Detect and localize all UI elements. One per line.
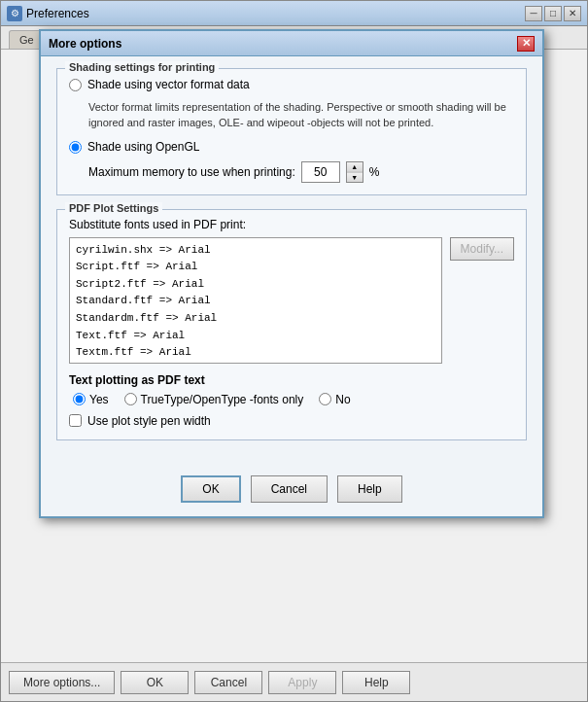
modal-cancel-button[interactable]: Cancel	[251, 475, 328, 503]
truetype-radio-label: TrueType/OpenType -fonts only	[141, 393, 304, 406]
font-list-item[interactable]: cyrilwin.shx => Arial	[76, 242, 435, 260]
memory-spinner: ▲ ▼	[346, 161, 363, 183]
cancel-button[interactable]: Cancel	[194, 671, 262, 694]
preferences-footer: More options... OK Cancel Apply Help	[1, 662, 587, 701]
opengl-radio-label: Shade using OpenGL	[87, 139, 199, 156]
vector-radio-label: Shade using vector format data	[87, 77, 250, 93]
modal-title: More options	[49, 37, 517, 51]
minimize-btn[interactable]: ─	[525, 6, 542, 21]
vector-radio[interactable]	[69, 79, 82, 91]
preferences-title: Preferences	[26, 7, 525, 20]
memory-label: Maximum memory to use when printing:	[88, 165, 295, 179]
titlebar-buttons: ─ □ ✕	[525, 6, 581, 21]
no-radio-row: No	[319, 393, 350, 406]
yes-radio-label: Yes	[89, 393, 109, 406]
font-list-item[interactable]: Standard.ftf => Arial	[76, 293, 435, 310]
font-list-item[interactable]: Script2.ftf => Arial	[76, 276, 435, 294]
truetype-radio-row: TrueType/OpenType -fonts only	[124, 393, 304, 406]
maximize-btn[interactable]: □	[544, 6, 562, 21]
memory-spinner-up[interactable]: ▲	[347, 162, 363, 172]
no-radio[interactable]	[319, 393, 331, 405]
preferences-icon: ⚙	[7, 6, 22, 21]
pen-width-label: Use plot style pen width	[87, 414, 211, 428]
font-list-box[interactable]: cyrilwin.shx => ArialScript.ftf => Arial…	[69, 237, 442, 364]
font-list-item[interactable]: Text.ftf => Arial	[76, 328, 435, 345]
ok-button[interactable]: OK	[121, 671, 189, 694]
vector-sub-text: Vector format limits representation of t…	[88, 99, 514, 131]
more-options-modal: More options ✕ Shading settings for prin…	[39, 29, 544, 518]
modal-ok-button[interactable]: OK	[181, 475, 240, 503]
pen-width-checkbox[interactable]	[69, 414, 82, 427]
memory-input[interactable]: 50	[301, 161, 340, 183]
text-plotting-label: Text plotting as PDF text	[69, 373, 514, 387]
opengl-radio[interactable]	[69, 141, 82, 154]
vector-radio-row: Shade using vector format data	[69, 77, 514, 93]
yes-radio[interactable]	[73, 393, 86, 405]
memory-spinner-down[interactable]: ▼	[347, 172, 363, 182]
help-button[interactable]: Help	[342, 671, 410, 694]
more-options-button[interactable]: More options...	[9, 671, 115, 694]
preferences-titlebar: ⚙ Preferences ─ □ ✕	[1, 1, 587, 26]
modal-footer: OK Cancel Help	[41, 466, 542, 516]
close-btn[interactable]: ✕	[564, 6, 581, 21]
font-list-item[interactable]: Script.ftf => Arial	[76, 259, 435, 276]
modal-help-button[interactable]: Help	[337, 475, 402, 503]
yes-radio-row: Yes	[73, 393, 109, 406]
text-plotting-radio-group: Yes TrueType/OpenType -fonts only No	[73, 393, 514, 406]
truetype-radio[interactable]	[124, 393, 137, 405]
shading-section-label: Shading settings for printing	[65, 61, 219, 73]
modal-close-button[interactable]: ✕	[517, 36, 535, 52]
font-list-item[interactable]: Textm.ftf => Arial	[76, 344, 435, 362]
opengl-radio-row: Shade using OpenGL	[69, 139, 514, 156]
modal-titlebar: More options ✕	[41, 31, 542, 56]
shading-settings-group: Shading settings for printing Shade usin…	[56, 68, 527, 195]
substitute-label: Substitute fonts used in PDF print:	[69, 218, 514, 231]
pen-width-row: Use plot style pen width	[69, 414, 514, 428]
apply-button[interactable]: Apply	[268, 671, 336, 694]
pdf-plot-settings-group: PDF Plot Settings Substitute fonts used …	[56, 209, 527, 440]
fonts-row: cyrilwin.shx => ArialScript.ftf => Arial…	[69, 237, 514, 364]
font-list-item[interactable]: Standardm.ftf => Arial	[76, 310, 435, 328]
modal-body: Shading settings for printing Shade usin…	[41, 56, 542, 466]
pdf-section-label: PDF Plot Settings	[65, 202, 162, 214]
memory-unit: %	[369, 165, 380, 179]
modify-button[interactable]: Modify...	[450, 237, 514, 261]
no-radio-label: No	[335, 393, 350, 406]
memory-row: Maximum memory to use when printing: 50 …	[88, 161, 514, 183]
